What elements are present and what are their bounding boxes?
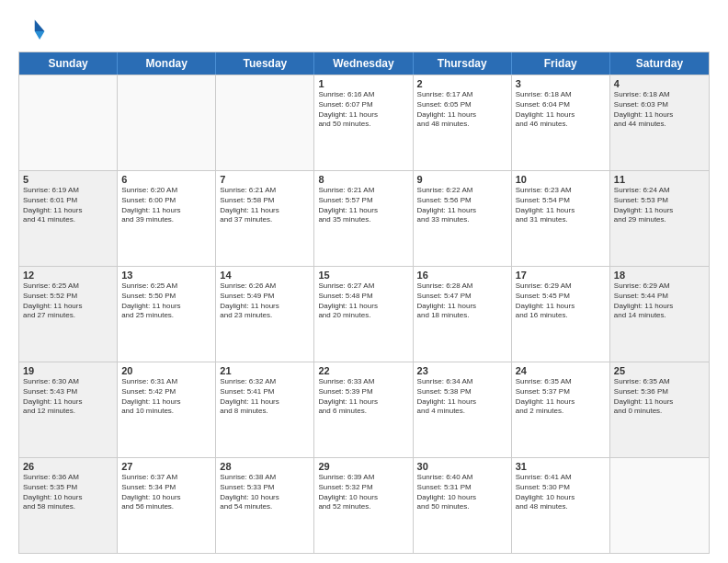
calendar-week-3: 12Sunrise: 6:25 AM Sunset: 5:52 PM Dayli… bbox=[19, 266, 709, 362]
calendar-week-4: 19Sunrise: 6:30 AM Sunset: 5:43 PM Dayli… bbox=[19, 362, 709, 457]
header-day-saturday: Saturday bbox=[610, 52, 709, 75]
cell-info: Sunrise: 6:37 AM Sunset: 5:34 PM Dayligh… bbox=[121, 473, 211, 512]
cell-info: Sunrise: 6:31 AM Sunset: 5:42 PM Dayligh… bbox=[121, 377, 211, 417]
calendar-cell: 31Sunrise: 6:41 AM Sunset: 5:30 PM Dayli… bbox=[512, 458, 610, 553]
calendar-cell: 18Sunrise: 6:29 AM Sunset: 5:44 PM Dayli… bbox=[610, 267, 709, 362]
page: SundayMondayTuesdayWednesdayThursdayFrid… bbox=[0, 0, 728, 563]
calendar: SundayMondayTuesdayWednesdayThursdayFrid… bbox=[18, 52, 710, 554]
calendar-cell: 13Sunrise: 6:25 AM Sunset: 5:50 PM Dayli… bbox=[118, 267, 216, 362]
cell-info: Sunrise: 6:35 AM Sunset: 5:37 PM Dayligh… bbox=[516, 377, 606, 417]
day-number: 3 bbox=[516, 78, 606, 89]
day-number: 27 bbox=[121, 461, 211, 472]
day-number: 7 bbox=[220, 174, 310, 185]
calendar-cell: 16Sunrise: 6:28 AM Sunset: 5:47 PM Dayli… bbox=[414, 267, 512, 362]
day-number: 25 bbox=[614, 365, 705, 376]
calendar-cell: 1Sunrise: 6:16 AM Sunset: 6:07 PM Daylig… bbox=[314, 75, 413, 170]
calendar-cell bbox=[216, 75, 314, 170]
day-number: 23 bbox=[417, 365, 507, 376]
calendar-week-2: 5Sunrise: 6:19 AM Sunset: 6:01 PM Daylig… bbox=[19, 170, 709, 266]
calendar-cell: 21Sunrise: 6:32 AM Sunset: 5:41 PM Dayli… bbox=[216, 362, 314, 457]
calendar-cell: 3Sunrise: 6:18 AM Sunset: 6:04 PM Daylig… bbox=[512, 75, 610, 170]
cell-info: Sunrise: 6:26 AM Sunset: 5:49 PM Dayligh… bbox=[220, 282, 310, 321]
header-day-monday: Monday bbox=[118, 52, 216, 75]
cell-info: Sunrise: 6:30 AM Sunset: 5:43 PM Dayligh… bbox=[23, 377, 113, 417]
calendar-cell: 2Sunrise: 6:17 AM Sunset: 6:05 PM Daylig… bbox=[414, 75, 512, 170]
calendar-cell: 11Sunrise: 6:24 AM Sunset: 5:53 PM Dayli… bbox=[610, 171, 709, 266]
cell-info: Sunrise: 6:27 AM Sunset: 5:48 PM Dayligh… bbox=[318, 282, 408, 321]
day-number: 5 bbox=[23, 174, 113, 185]
cell-info: Sunrise: 6:18 AM Sunset: 6:04 PM Dayligh… bbox=[516, 90, 606, 130]
day-number: 15 bbox=[318, 270, 408, 281]
calendar-header: SundayMondayTuesdayWednesdayThursdayFrid… bbox=[19, 52, 709, 75]
cell-info: Sunrise: 6:20 AM Sunset: 6:00 PM Dayligh… bbox=[121, 186, 211, 225]
cell-info: Sunrise: 6:16 AM Sunset: 6:07 PM Dayligh… bbox=[318, 90, 408, 130]
calendar-week-5: 26Sunrise: 6:36 AM Sunset: 5:35 PM Dayli… bbox=[19, 457, 709, 553]
cell-info: Sunrise: 6:38 AM Sunset: 5:33 PM Dayligh… bbox=[220, 473, 310, 512]
calendar-week-1: 1Sunrise: 6:16 AM Sunset: 6:07 PM Daylig… bbox=[19, 75, 709, 170]
cell-info: Sunrise: 6:32 AM Sunset: 5:41 PM Dayligh… bbox=[220, 377, 310, 417]
logo-icon bbox=[18, 17, 48, 46]
calendar-cell: 30Sunrise: 6:40 AM Sunset: 5:31 PM Dayli… bbox=[414, 458, 512, 553]
header-day-friday: Friday bbox=[512, 52, 610, 75]
header-day-tuesday: Tuesday bbox=[216, 52, 314, 75]
cell-info: Sunrise: 6:21 AM Sunset: 5:57 PM Dayligh… bbox=[318, 186, 408, 225]
calendar-cell: 9Sunrise: 6:22 AM Sunset: 5:56 PM Daylig… bbox=[414, 171, 512, 266]
day-number: 19 bbox=[23, 365, 113, 376]
calendar-cell: 27Sunrise: 6:37 AM Sunset: 5:34 PM Dayli… bbox=[118, 458, 216, 553]
cell-info: Sunrise: 6:39 AM Sunset: 5:32 PM Dayligh… bbox=[318, 473, 408, 512]
calendar-cell: 6Sunrise: 6:20 AM Sunset: 6:00 PM Daylig… bbox=[118, 171, 216, 266]
cell-info: Sunrise: 6:33 AM Sunset: 5:39 PM Dayligh… bbox=[318, 377, 408, 417]
day-number: 21 bbox=[220, 365, 310, 376]
day-number: 13 bbox=[121, 270, 211, 281]
day-number: 26 bbox=[23, 461, 113, 472]
day-number: 9 bbox=[417, 174, 507, 185]
cell-info: Sunrise: 6:40 AM Sunset: 5:31 PM Dayligh… bbox=[417, 473, 507, 512]
day-number: 6 bbox=[121, 174, 211, 185]
day-number: 16 bbox=[417, 270, 507, 281]
calendar-cell: 20Sunrise: 6:31 AM Sunset: 5:42 PM Dayli… bbox=[118, 362, 216, 457]
calendar-cell: 10Sunrise: 6:23 AM Sunset: 5:54 PM Dayli… bbox=[512, 171, 610, 266]
day-number: 24 bbox=[516, 365, 606, 376]
cell-info: Sunrise: 6:35 AM Sunset: 5:36 PM Dayligh… bbox=[614, 377, 705, 417]
cell-info: Sunrise: 6:19 AM Sunset: 6:01 PM Dayligh… bbox=[23, 186, 113, 225]
day-number: 12 bbox=[23, 270, 113, 281]
calendar-cell: 12Sunrise: 6:25 AM Sunset: 5:52 PM Dayli… bbox=[19, 267, 118, 362]
calendar-cell: 7Sunrise: 6:21 AM Sunset: 5:58 PM Daylig… bbox=[216, 171, 314, 266]
cell-info: Sunrise: 6:36 AM Sunset: 5:35 PM Dayligh… bbox=[23, 473, 113, 512]
calendar-cell: 4Sunrise: 6:18 AM Sunset: 6:03 PM Daylig… bbox=[610, 75, 709, 170]
calendar-body: 1Sunrise: 6:16 AM Sunset: 6:07 PM Daylig… bbox=[19, 75, 709, 553]
cell-info: Sunrise: 6:28 AM Sunset: 5:47 PM Dayligh… bbox=[417, 282, 507, 321]
cell-info: Sunrise: 6:17 AM Sunset: 6:05 PM Dayligh… bbox=[417, 90, 507, 130]
calendar-cell: 29Sunrise: 6:39 AM Sunset: 5:32 PM Dayli… bbox=[314, 458, 413, 553]
cell-info: Sunrise: 6:22 AM Sunset: 5:56 PM Dayligh… bbox=[417, 186, 507, 225]
svg-marker-1 bbox=[35, 31, 45, 40]
cell-info: Sunrise: 6:41 AM Sunset: 5:30 PM Dayligh… bbox=[516, 473, 606, 512]
calendar-cell: 26Sunrise: 6:36 AM Sunset: 5:35 PM Dayli… bbox=[19, 458, 118, 553]
calendar-cell: 14Sunrise: 6:26 AM Sunset: 5:49 PM Dayli… bbox=[216, 267, 314, 362]
day-number: 30 bbox=[417, 461, 507, 472]
day-number: 20 bbox=[121, 365, 211, 376]
calendar-cell: 25Sunrise: 6:35 AM Sunset: 5:36 PM Dayli… bbox=[610, 362, 709, 457]
day-number: 17 bbox=[516, 270, 606, 281]
header-day-wednesday: Wednesday bbox=[314, 52, 413, 75]
calendar-cell: 22Sunrise: 6:33 AM Sunset: 5:39 PM Dayli… bbox=[314, 362, 413, 457]
day-number: 1 bbox=[318, 78, 408, 89]
calendar-cell: 28Sunrise: 6:38 AM Sunset: 5:33 PM Dayli… bbox=[216, 458, 314, 553]
calendar-cell bbox=[19, 75, 118, 170]
cell-info: Sunrise: 6:29 AM Sunset: 5:44 PM Dayligh… bbox=[614, 282, 705, 321]
day-number: 2 bbox=[417, 78, 507, 89]
calendar-cell bbox=[610, 458, 709, 553]
day-number: 10 bbox=[516, 174, 606, 185]
cell-info: Sunrise: 6:21 AM Sunset: 5:58 PM Dayligh… bbox=[220, 186, 310, 225]
day-number: 18 bbox=[614, 270, 705, 281]
day-number: 28 bbox=[220, 461, 310, 472]
day-number: 8 bbox=[318, 174, 408, 185]
header-day-thursday: Thursday bbox=[414, 52, 512, 75]
cell-info: Sunrise: 6:25 AM Sunset: 5:50 PM Dayligh… bbox=[121, 282, 211, 321]
day-number: 14 bbox=[220, 270, 310, 281]
calendar-cell: 23Sunrise: 6:34 AM Sunset: 5:38 PM Dayli… bbox=[414, 362, 512, 457]
calendar-cell: 5Sunrise: 6:19 AM Sunset: 6:01 PM Daylig… bbox=[19, 171, 118, 266]
cell-info: Sunrise: 6:25 AM Sunset: 5:52 PM Dayligh… bbox=[23, 282, 113, 321]
calendar-cell: 24Sunrise: 6:35 AM Sunset: 5:37 PM Dayli… bbox=[512, 362, 610, 457]
cell-info: Sunrise: 6:29 AM Sunset: 5:45 PM Dayligh… bbox=[516, 282, 606, 321]
